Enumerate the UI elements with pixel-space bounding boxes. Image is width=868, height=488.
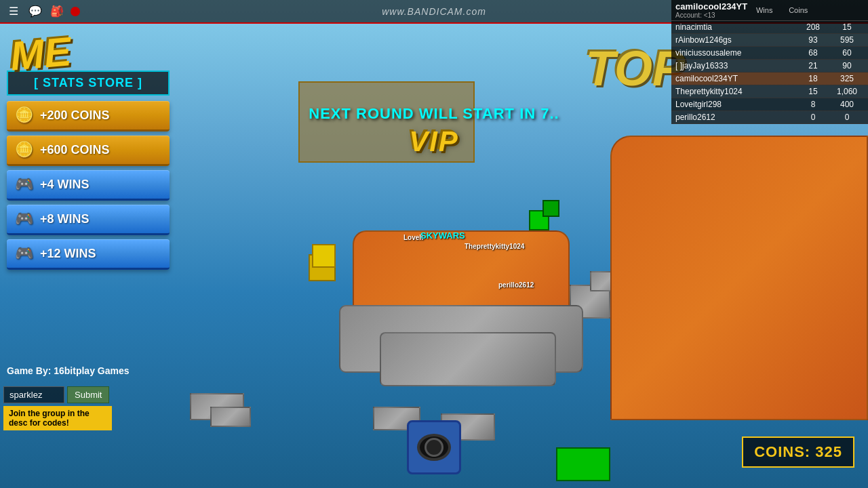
coin-icon: 🪙 <box>15 141 33 159</box>
stats-player-name: viniciussousaleme <box>675 48 796 58</box>
bandicam-watermark: www.BANDICAM.com <box>382 6 486 17</box>
account-label: Account: <13 <box>675 12 747 19</box>
stats-player-wins: 208 <box>796 22 830 32</box>
terrain-block <box>210 407 251 427</box>
chat-input-row: Submit <box>3 386 112 403</box>
store-button-plus12-wins[interactable]: 🎮+12 WINS <box>7 239 170 270</box>
coins-column-header: Coins <box>781 6 815 14</box>
gold-block <box>312 244 336 268</box>
store-button-label: +4 WINS <box>40 178 90 192</box>
stats-player-name: Loveitgirl298 <box>675 100 796 109</box>
left-panel: ME [ STATS STORE ] 🪙+200 COINS🪙+600 COIN… <box>0 24 176 281</box>
wins-column-header: Wins <box>747 6 781 14</box>
store-button-plus8-wins[interactable]: 🎮+8 WINS <box>7 205 170 235</box>
stats-player-name: perillo2612 <box>675 113 796 122</box>
stats-player-coins: 325 <box>830 74 864 83</box>
coins-display: COINS: 325 <box>742 436 854 468</box>
store-button-plus4-wins[interactable]: 🎮+4 WINS <box>7 170 170 201</box>
stats-player-coins: 15 <box>830 22 864 32</box>
stats-panel: camilocool234YT Account: <13 Wins Coins … <box>671 0 868 124</box>
stats-row: Theprettykitty1024151,060 <box>671 85 868 98</box>
store-button-label: +8 WINS <box>40 212 90 226</box>
green-block-bottom <box>556 447 610 481</box>
store-button-plus600-coins[interactable]: 🪙+600 COINS <box>7 136 170 166</box>
camera-button[interactable] <box>407 420 461 474</box>
game-by-text: Game By: 16bitplay Games <box>7 365 130 376</box>
coin-icon: 🪙 <box>15 106 33 124</box>
stats-row: Loveitgirl2988400 <box>671 98 868 111</box>
stats-player-coins: 400 <box>830 100 864 109</box>
vip-text: VIP <box>409 125 459 158</box>
terrain-orange-right <box>610 136 868 420</box>
stats-player-name: rAinbow1246gs <box>675 35 796 45</box>
wins-icon: 🎮 <box>15 245 33 262</box>
chat-tooltip: Join the group in the desc for codes! <box>3 406 112 430</box>
menu-icon[interactable]: ☰ <box>5 3 22 20</box>
stats-row: rAinbow1246gs93595 <box>671 34 868 47</box>
stats-player-wins: 8 <box>796 100 830 109</box>
stats-row: camilocool234YT18325 <box>671 73 868 85</box>
stats-player-wins: 0 <box>796 113 830 122</box>
stats-row: [ ]jayJay163332190 <box>671 60 868 73</box>
store-button-plus200-coins[interactable]: 🪙+200 COINS <box>7 101 170 131</box>
store-button-label: +12 WINS <box>40 247 96 261</box>
next-round-text: NEXT ROUND WILL START IN 7.. <box>309 105 559 123</box>
stats-rows-container: ninacimtia20815rAinbow1246gs93595viniciu… <box>671 21 868 124</box>
record-indicator <box>71 7 80 16</box>
stats-row: ninacimtia20815 <box>671 21 868 34</box>
center-island-bottom <box>380 332 556 386</box>
chat-input[interactable] <box>3 386 64 403</box>
stats-player-name: [ ]jayJay16333 <box>675 61 796 70</box>
me-text: ME <box>8 28 73 80</box>
top-bar-icons: ☰ 💬 🎒 <box>0 3 85 20</box>
wins-icon: 🎮 <box>15 176 33 193</box>
camera-icon <box>417 434 451 461</box>
chat-input-area: Submit Join the group in the desc for co… <box>3 386 112 430</box>
stats-player-coins: 90 <box>830 61 864 70</box>
wins-icon: 🎮 <box>15 210 33 228</box>
stats-player-wins: 68 <box>796 48 830 58</box>
player-username: camilocool234YT <box>675 1 747 12</box>
stats-player-wins: 15 <box>796 87 830 96</box>
stats-player-coins: 60 <box>830 48 864 58</box>
stats-player-name: camilocool234YT <box>675 74 796 83</box>
stats-player-wins: 21 <box>796 61 830 70</box>
chat-submit-button[interactable]: Submit <box>67 386 109 403</box>
store-buttons: 🪙+200 COINS🪙+600 COINS🎮+4 WINS🎮+8 WINS🎮+… <box>7 101 170 270</box>
stats-player-name: Theprettykitty1024 <box>675 87 796 96</box>
stats-row: perillo261200 <box>671 111 868 124</box>
stats-player-wins: 18 <box>796 74 830 83</box>
stats-player-coins: 0 <box>830 113 864 122</box>
stats-player-name: ninacimtia <box>675 22 796 32</box>
green-block <box>542 200 559 217</box>
stats-player-coins: 1,060 <box>830 87 864 96</box>
chat-icon[interactable]: 💬 <box>27 3 43 20</box>
stats-row: viniciussousaleme6860 <box>671 47 868 60</box>
camera-lens <box>425 438 443 457</box>
bag-icon[interactable]: 🎒 <box>49 3 65 20</box>
store-button-label: +200 COINS <box>40 108 110 123</box>
stats-player-wins: 93 <box>796 35 830 45</box>
stats-header: camilocool234YT Account: <13 Wins Coins <box>671 0 868 21</box>
store-button-label: +600 COINS <box>40 143 110 157</box>
stats-player-coins: 595 <box>830 35 864 45</box>
